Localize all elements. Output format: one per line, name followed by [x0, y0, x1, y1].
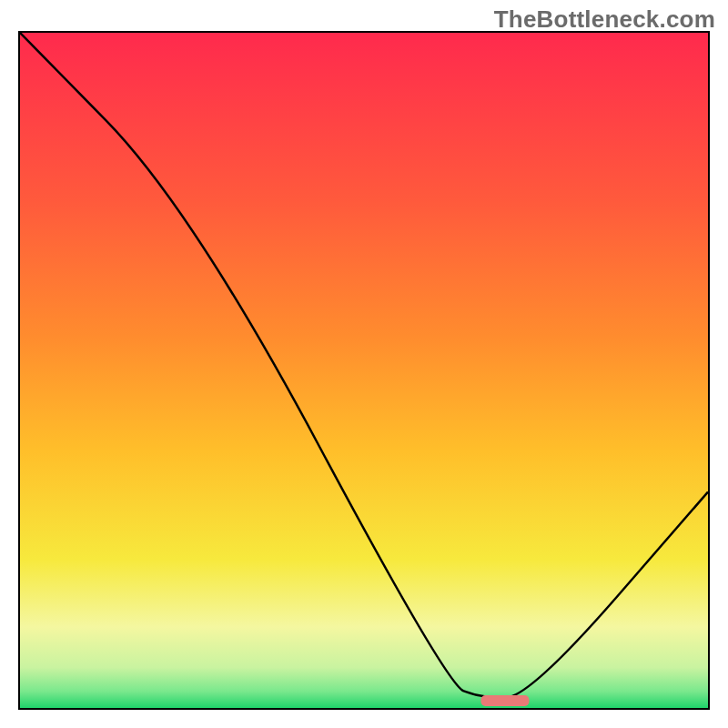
plot-frame — [18, 31, 710, 710]
bottleneck-curve — [20, 33, 708, 698]
curve-layer — [20, 33, 708, 708]
watermark-text: TheBottleneck.com — [494, 5, 715, 34]
chart-stage: TheBottleneck.com — [0, 0, 728, 728]
optimal-range-marker — [481, 695, 530, 706]
